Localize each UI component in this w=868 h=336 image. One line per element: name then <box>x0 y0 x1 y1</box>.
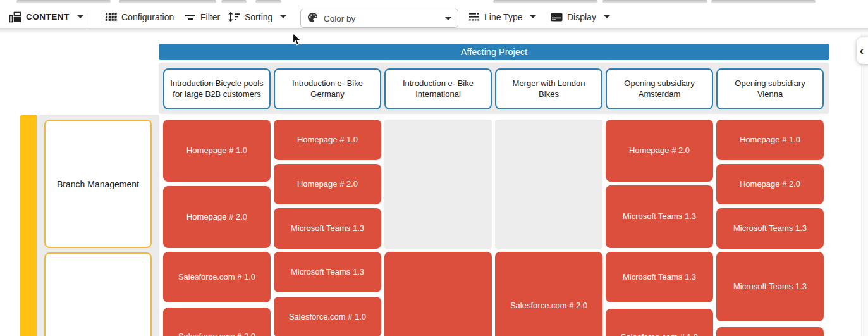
row-group-color-bar <box>20 115 37 336</box>
fact-sheet-card[interactable]: Microsoft Teams 1.3 <box>606 252 713 302</box>
content-icon <box>9 11 21 23</box>
fact-sheet-card[interactable]: Homepage # 2.0 <box>274 164 381 204</box>
fact-sheet-card[interactable]: Homepage # 2.0 <box>163 186 271 248</box>
content-menu-button[interactable]: CONTENT <box>9 5 83 28</box>
expand-panel-button[interactable]: ‹ <box>857 37 868 64</box>
content-label: CONTENT <box>26 12 70 22</box>
apps-grid-icon <box>106 13 117 22</box>
matrix-column <box>384 0 492 336</box>
matrix-column: Homepage # 1.0 Homepage # 2.0 Salesforce… <box>163 0 271 336</box>
fact-sheet-card[interactable]: Homepage # 1.0 <box>274 120 381 160</box>
fact-sheet-card[interactable]: Microsoft Teams 1.3 <box>716 208 824 249</box>
fact-sheet-card[interactable]: Salesforce.com # 2.0 <box>163 308 271 336</box>
toolbar-divider <box>87 13 87 28</box>
fact-sheet-card[interactable]: Salesforce.com # 1.0 <box>163 252 271 302</box>
fact-sheet-card[interactable] <box>716 327 824 336</box>
row-header[interactable] <box>44 252 152 336</box>
fact-sheet-card[interactable]: Salesforce.com # 1.0 <box>274 297 381 336</box>
right-side-panel <box>861 34 868 336</box>
mouse-cursor <box>292 33 302 49</box>
fact-sheet-card[interactable]: Microsoft Teams 1.3 <box>606 185 713 248</box>
fact-sheet-card[interactable]: Homepage # 1.0 <box>163 120 271 182</box>
collapse-panel-icon: ‹ <box>860 44 864 58</box>
row-header[interactable]: Branch Management <box>44 120 152 248</box>
fact-sheet-card[interactable] <box>384 252 492 336</box>
fact-sheet-card[interactable]: Homepage # 2.0 <box>606 120 713 182</box>
matrix-column: Homepage # 1.0 Homepage # 2.0 Microsoft … <box>274 0 381 336</box>
fact-sheet-card[interactable]: Salesforce.com # 1.0 <box>606 309 713 336</box>
matrix-column: Salesforce.com # 2.0 <box>495 0 602 336</box>
empty-cell <box>495 120 602 249</box>
chevron-down-icon <box>77 15 83 18</box>
fact-sheet-card[interactable]: Microsoft Teams 1.3 <box>716 252 824 321</box>
fact-sheet-card[interactable]: Microsoft Teams 1.3 <box>274 252 381 292</box>
clipped-top-element <box>16 0 111 3</box>
empty-cell <box>384 120 492 249</box>
fact-sheet-card[interactable]: Homepage # 2.0 <box>716 164 824 204</box>
fact-sheet-card[interactable]: Salesforce.com # 2.0 <box>495 252 602 336</box>
fact-sheet-card[interactable]: Microsoft Teams 1.3 <box>274 208 381 249</box>
matrix-column: Homepage # 1.0 Homepage # 2.0 Microsoft … <box>716 0 824 336</box>
fact-sheet-card[interactable]: Homepage # 1.0 <box>716 120 824 160</box>
matrix-column: Homepage # 2.0 Microsoft Teams 1.3 Micro… <box>606 0 713 336</box>
